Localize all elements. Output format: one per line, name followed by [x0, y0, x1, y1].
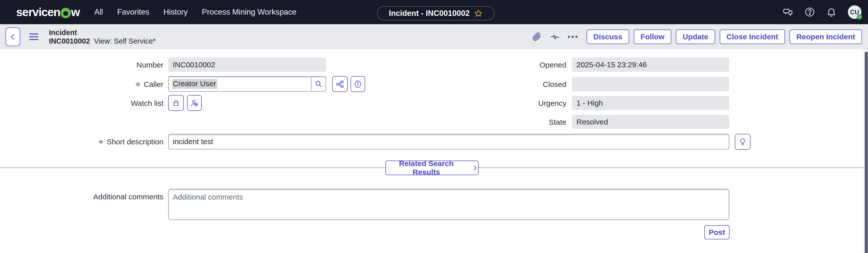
discuss-button[interactable]: Discuss: [587, 30, 629, 44]
app-header: servicenw All Favorites History Process …: [0, 0, 868, 24]
caller-lookup-button[interactable]: [311, 76, 326, 91]
caller-input[interactable]: Creator User: [169, 76, 311, 91]
watch-list-add-person-button[interactable]: [187, 95, 202, 111]
more-options-icon[interactable]: [568, 36, 578, 38]
notifications-bell-icon[interactable]: [826, 7, 837, 18]
short-description-input[interactable]: [168, 134, 729, 150]
watch-list-label: Watch list: [0, 99, 163, 107]
lock-icon: [172, 99, 180, 107]
logo-o-icon: [61, 8, 71, 18]
caller-label: Caller: [0, 80, 163, 89]
page: servicenw All Favorites History Process …: [0, 0, 868, 253]
help-icon[interactable]: [804, 7, 815, 18]
user-avatar[interactable]: CU: [848, 5, 862, 19]
urgency-label: Urgency: [403, 99, 566, 107]
mandatory-icon: [98, 138, 104, 145]
lightbulb-icon: [738, 137, 747, 146]
caller-value-selected: Creator User: [172, 79, 217, 89]
related-search-label: Related Search Results: [386, 159, 467, 177]
info-icon: [353, 80, 362, 89]
related-search-results-button[interactable]: Related Search Results: [385, 160, 478, 175]
form-context-menu-icon[interactable]: [29, 31, 40, 42]
view-label[interactable]: View: Self Service*: [94, 37, 156, 45]
presence-available-icon: [857, 14, 862, 20]
urgency-field: 1 - High: [572, 96, 729, 110]
state-label: State: [403, 118, 566, 127]
closed-label: Closed: [403, 80, 566, 89]
closed-field: [572, 77, 729, 91]
state-field: Resolved: [572, 115, 729, 129]
add-person-icon: [190, 99, 199, 107]
record-type-title: Incident: [49, 29, 156, 36]
record-toolbar: Incident INC0010002 View: Self Service* …: [0, 24, 868, 50]
short-description-suggestions-button[interactable]: [735, 134, 750, 150]
nav-history[interactable]: History: [163, 0, 188, 24]
post-comment-button[interactable]: Post: [704, 225, 730, 240]
favorite-star-icon[interactable]: [474, 9, 483, 18]
number-label: Number: [0, 61, 163, 69]
search-icon: [314, 80, 322, 88]
activity-stream-icon[interactable]: [550, 32, 560, 42]
toolbar-actions: Discuss Follow Update Close Incident Reo…: [532, 30, 867, 44]
caller-preview-button[interactable]: [350, 76, 365, 92]
additional-comments-label: Additional comments: [0, 192, 163, 201]
mandatory-icon: [135, 81, 141, 88]
record-title-block: Incident INC0010002 View: Self Service*: [49, 29, 156, 45]
back-button[interactable]: [5, 28, 20, 46]
close-incident-button[interactable]: Close Incident: [720, 30, 785, 44]
chevron-right-icon: [471, 164, 478, 171]
logo-text-suffix: w: [71, 5, 80, 19]
nav-favorites[interactable]: Favorites: [117, 0, 149, 24]
attachment-paperclip-icon[interactable]: [532, 32, 542, 42]
follow-button[interactable]: Follow: [634, 30, 671, 44]
reopen-incident-button[interactable]: Reopen Incident: [789, 30, 862, 44]
record-number-title: INC0010002: [49, 37, 90, 45]
org-chart-icon: [336, 80, 344, 89]
open-record-tab[interactable]: Incident - INC0010002: [377, 6, 495, 21]
nav-all[interactable]: All: [94, 0, 103, 24]
record-tab-label: Incident - INC0010002: [389, 9, 470, 18]
logo-text-prefix: servicen: [16, 5, 60, 19]
caller-field: Creator User: [168, 76, 326, 92]
update-button[interactable]: Update: [676, 30, 715, 44]
short-description-label: Short description: [0, 137, 163, 146]
caller-show-related-button[interactable]: [332, 76, 348, 92]
top-nav: All Favorites History Process Mining Wor…: [94, 0, 296, 24]
header-icons: CU: [783, 0, 862, 24]
opened-label: Opened: [403, 61, 566, 69]
watch-list-lock-button[interactable]: [168, 95, 184, 111]
chat-icon[interactable]: [783, 7, 793, 18]
chevron-left-icon: [9, 33, 17, 40]
servicenow-logo[interactable]: servicenw: [16, 5, 80, 19]
scrollbar-thumb[interactable]: [865, 52, 868, 253]
number-field: INC0010002: [168, 58, 326, 72]
additional-comments-textarea[interactable]: [168, 189, 729, 220]
nav-process-mining-workspace[interactable]: Process Mining Workspace: [202, 0, 296, 24]
opened-field: 2025-04-15 23:29:46: [572, 58, 729, 72]
